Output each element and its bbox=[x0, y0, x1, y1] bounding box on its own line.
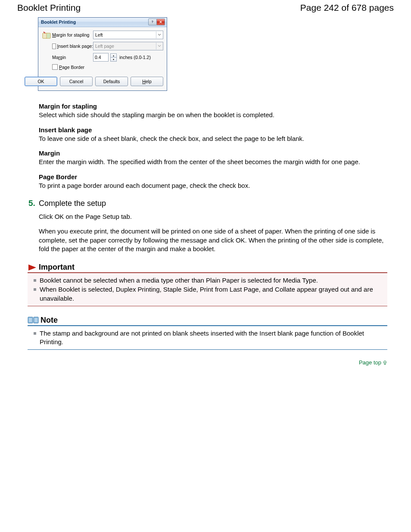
field-title: Margin bbox=[39, 149, 387, 158]
help-button[interactable]: Help bbox=[131, 77, 163, 86]
field-desc: To print a page border around each docum… bbox=[39, 181, 387, 190]
page-border-label: Page Border bbox=[59, 65, 84, 70]
page-top-link[interactable]: Page top bbox=[39, 359, 387, 366]
note-icon bbox=[28, 316, 39, 324]
step-number: 5. bbox=[28, 199, 35, 208]
field-title: Page Border bbox=[39, 173, 387, 181]
step-line1: Click OK on the Page Setup tab. bbox=[39, 212, 387, 221]
margin-label: Margin bbox=[52, 55, 93, 60]
field-title: Margin for stapling bbox=[39, 102, 387, 111]
flag-icon bbox=[28, 264, 37, 271]
dialog-close-button[interactable] bbox=[157, 19, 165, 25]
svg-text:?: ? bbox=[152, 20, 153, 24]
page-border-checkbox[interactable] bbox=[52, 64, 58, 70]
field-desc: Select which side should the stapling ma… bbox=[39, 111, 387, 119]
svg-rect-3 bbox=[47, 34, 50, 38]
dialog-help-button[interactable]: ? bbox=[148, 19, 157, 25]
note-header: Note bbox=[28, 316, 387, 326]
spin-up[interactable]: ▴ bbox=[110, 53, 117, 57]
margin-unit: inches (0.0-1.2) bbox=[119, 55, 151, 60]
defaults-button[interactable]: Defaults bbox=[95, 77, 128, 86]
page-title: Booklet Printing bbox=[17, 3, 81, 13]
list-item: Booklet cannot be selected when a media … bbox=[31, 276, 386, 285]
important-body: Booklet cannot be selected when a media … bbox=[28, 273, 387, 306]
dialog-title-text: Booklet Printing bbox=[41, 19, 76, 25]
cancel-button[interactable]: Cancel bbox=[60, 77, 93, 86]
field-desc: Enter the margin width. The specified wi… bbox=[39, 158, 387, 166]
field-title: Insert blank page bbox=[39, 126, 387, 134]
dialog-titlebar: Booklet Printing ? bbox=[38, 18, 167, 27]
chevron-down-icon bbox=[156, 43, 162, 50]
step-line2: When you execute print, the document wil… bbox=[39, 227, 387, 253]
booklet-icon bbox=[42, 31, 51, 40]
margin-stapling-select[interactable]: Left bbox=[93, 31, 163, 39]
list-item: When Booklet is selected, Duplex Printin… bbox=[31, 285, 386, 303]
insert-blank-select: Left page bbox=[93, 42, 163, 50]
insert-blank-label: Insert blank page: bbox=[57, 44, 93, 49]
page-counter: Page 242 of 678 pages bbox=[300, 3, 394, 13]
spin-down[interactable]: ▾ bbox=[110, 57, 117, 62]
insert-blank-row: Insert blank page: bbox=[52, 44, 93, 49]
svg-rect-2 bbox=[43, 34, 46, 38]
margin-stapling-label: Margin for stapling bbox=[52, 32, 93, 37]
chevron-down-icon bbox=[156, 31, 162, 38]
booklet-dialog: Booklet Printing ? Margin for stapling L… bbox=[38, 17, 167, 91]
svg-marker-4 bbox=[28, 264, 36, 271]
insert-blank-checkbox[interactable] bbox=[52, 44, 56, 49]
step-title: Complete the setup bbox=[39, 199, 106, 208]
margin-input[interactable]: 0.4 bbox=[93, 53, 109, 62]
field-desc: To leave one side of a sheet blank, chec… bbox=[39, 134, 387, 143]
note-body: The stamp and background are not printed… bbox=[28, 326, 387, 350]
important-header: Important bbox=[28, 263, 387, 273]
ok-button[interactable]: OK bbox=[25, 77, 57, 86]
up-arrow-icon bbox=[383, 360, 387, 365]
list-item: The stamp and background are not printed… bbox=[31, 329, 386, 347]
